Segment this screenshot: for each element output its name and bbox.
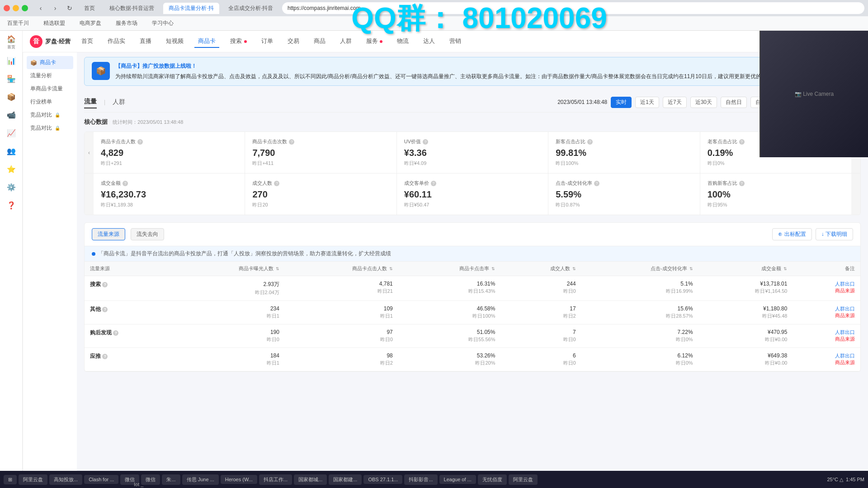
tab-core-data[interactable]: 核心数据·抖音运营 (104, 3, 160, 14)
sidebar-home[interactable]: 🏠 首页 (3, 34, 19, 51)
taskbar-item-1[interactable]: 高知投放... (49, 474, 82, 485)
indicator-config-flow-btn[interactable]: ⊕ 出标配置 (772, 228, 811, 240)
second-nav-item-0[interactable]: 百里千川 (4, 18, 33, 29)
info-icon-1[interactable]: ? (289, 139, 294, 145)
forward-button[interactable]: › (50, 3, 61, 14)
sidebar-chart[interactable]: 📈 (3, 125, 19, 141)
taskbar-item-11[interactable]: OBS 27.1.1... (363, 475, 402, 484)
flow-tab-source[interactable]: 流量来源 (92, 228, 125, 240)
panel-flow-analysis[interactable]: 流量分析 (27, 69, 73, 82)
taskbar-item-14[interactable]: 无忧佰度 (478, 474, 507, 485)
second-nav-item-2[interactable]: 电商罗盘 (76, 18, 105, 29)
taskbar-item-12[interactable]: 抖影影音... (404, 474, 437, 485)
nav-crowd[interactable]: 人群 (336, 35, 355, 48)
close-button[interactable] (4, 5, 10, 11)
taskbar-item-10[interactable]: 国家都建... (329, 474, 362, 485)
nav-product-card[interactable]: 商品卡 (194, 35, 219, 48)
tab-crowd[interactable]: 人群 (113, 96, 125, 108)
info-icon-9[interactable]: ? (739, 181, 745, 186)
info-icon-4[interactable]: ? (739, 139, 745, 145)
flow-tab-loss[interactable]: 流失去向 (131, 228, 164, 240)
info-icon-search[interactable]: ? (102, 282, 108, 287)
info-icon-other[interactable]: ? (102, 307, 108, 312)
panel-industry-rank[interactable]: 行业榜单 (27, 95, 73, 108)
taskbar-item-9[interactable]: 国家都城... (294, 474, 327, 485)
col-clicks[interactable]: 商品卡点击人数 ⇅ (285, 262, 398, 276)
taskbar-item-5[interactable]: 朱... (162, 474, 180, 485)
date-btn-30day[interactable]: 近30天 (690, 97, 717, 108)
info-icon-recommend[interactable]: ? (102, 354, 108, 359)
info-icon-2[interactable]: ? (423, 139, 428, 145)
sidebar-store[interactable]: 🏪 (3, 70, 19, 87)
sidebar-help[interactable]: ❓ (3, 197, 19, 213)
nav-trade[interactable]: 交易 (284, 35, 303, 48)
nav-logistics[interactable]: 物流 (393, 35, 412, 48)
link-product-other[interactable]: 商品来源 (798, 312, 855, 319)
link-crowd-search[interactable]: 人群出口 (798, 281, 855, 287)
taskbar-item-6[interactable]: 传思 June ... (182, 474, 219, 485)
nav-marketing[interactable]: 营销 (446, 35, 465, 48)
link-product-search[interactable]: 商品来源 (798, 287, 855, 294)
col-amount[interactable]: 成交金额 ⇅ (698, 262, 793, 276)
nav-order[interactable]: 订单 (258, 35, 277, 48)
refresh-button[interactable]: ↻ (64, 3, 75, 14)
col-exposure[interactable]: 商品卡曝光人数 ⇅ (171, 262, 285, 276)
link-product-postbuy[interactable]: 商品来源 (798, 336, 855, 343)
date-btn-realtime[interactable]: 实时 (611, 97, 632, 108)
tab-flow[interactable]: 流量 (84, 96, 97, 108)
taskbar-item-7[interactable]: Heroes (W... (221, 475, 257, 484)
download-btn[interactable]: ↓ 下载明细 (816, 228, 853, 240)
taskbar-item-2[interactable]: Clash for ... (84, 475, 118, 484)
taskbar-item-13[interactable]: League of ... (439, 475, 476, 484)
metrics-prev-btn[interactable]: ‹ (85, 132, 94, 173)
nav-search[interactable]: 搜索 (226, 35, 251, 48)
sidebar-product[interactable]: 📦 (3, 89, 19, 105)
nav-talent[interactable]: 达人 (420, 35, 439, 48)
taskbar-item-8[interactable]: 抖店工作... (259, 474, 292, 485)
link-crowd-postbuy[interactable]: 人群出口 (798, 329, 855, 336)
nav-service[interactable]: 服务 (363, 35, 386, 48)
info-icon-0[interactable]: ? (137, 139, 143, 145)
date-btn-natural-day[interactable]: 自然日 (721, 97, 747, 108)
second-nav-item-4[interactable]: 学习中心 (148, 18, 177, 29)
sidebar-analytics[interactable]: 📊 (3, 52, 19, 69)
info-icon-6[interactable]: ? (274, 181, 279, 186)
info-icon-5[interactable]: ? (123, 181, 128, 186)
panel-competitor1[interactable]: 竞品对比 🔒 (27, 108, 73, 122)
panel-product-card[interactable]: 📦 商品卡 (27, 56, 73, 69)
nav-short-video[interactable]: 短视频 (162, 35, 187, 48)
taskbar-item-15[interactable]: 阿里云盘 (509, 474, 538, 485)
col-orders[interactable]: 成交人数 ⇅ (500, 262, 581, 276)
taskbar-item-0[interactable]: 阿里云盘 (19, 474, 47, 485)
nav-goods[interactable]: 商品 (310, 35, 329, 48)
metric-card-uv: UV价值 ? ¥3.36 昨日¥4.09 (397, 132, 548, 173)
sidebar-live[interactable]: 📹 (3, 107, 19, 123)
link-crowd-other[interactable]: 人群出口 (798, 305, 855, 312)
link-crowd-recommend[interactable]: 人群出口 (798, 352, 855, 359)
panel-single-product[interactable]: 单商品卡流量 (27, 82, 73, 95)
tab-home[interactable]: 首页 (79, 3, 100, 14)
info-icon-postbuy[interactable]: ? (113, 330, 118, 336)
info-icon-8[interactable]: ? (594, 181, 599, 186)
nav-live[interactable]: 直播 (136, 35, 155, 48)
back-button[interactable]: ‹ (35, 3, 46, 14)
sidebar-settings[interactable]: ⚙️ (3, 179, 19, 195)
link-product-recommend[interactable]: 商品来源 (798, 359, 855, 366)
sidebar-people[interactable]: 👥 (3, 143, 19, 159)
info-icon-3[interactable]: ? (587, 139, 593, 145)
maximize-button[interactable] (22, 5, 28, 11)
minimize-button[interactable] (13, 5, 19, 11)
col-conversion[interactable]: 点击-成交转化率 ⇅ (581, 262, 698, 276)
date-btn-7day[interactable]: 近7天 (663, 97, 687, 108)
nav-works[interactable]: 作品实 (104, 35, 129, 48)
panel-competitor2[interactable]: 竞品对比 🔒 (27, 122, 73, 135)
col-ctr[interactable]: 商品卡点击率 ⇅ (398, 262, 501, 276)
taskbar-start[interactable]: ⊞ (4, 475, 17, 484)
info-icon-7[interactable]: ? (431, 181, 436, 186)
taskbar-item-4[interactable]: 微信 (141, 474, 160, 485)
nav-home[interactable]: 首页 (78, 35, 97, 48)
date-btn-1day[interactable]: 近1天 (635, 97, 659, 108)
second-nav-item-3[interactable]: 服务市场 (112, 18, 141, 29)
sidebar-star[interactable]: ⭐ (3, 161, 19, 177)
second-nav-item-1[interactable]: 精选联盟 (40, 18, 69, 29)
